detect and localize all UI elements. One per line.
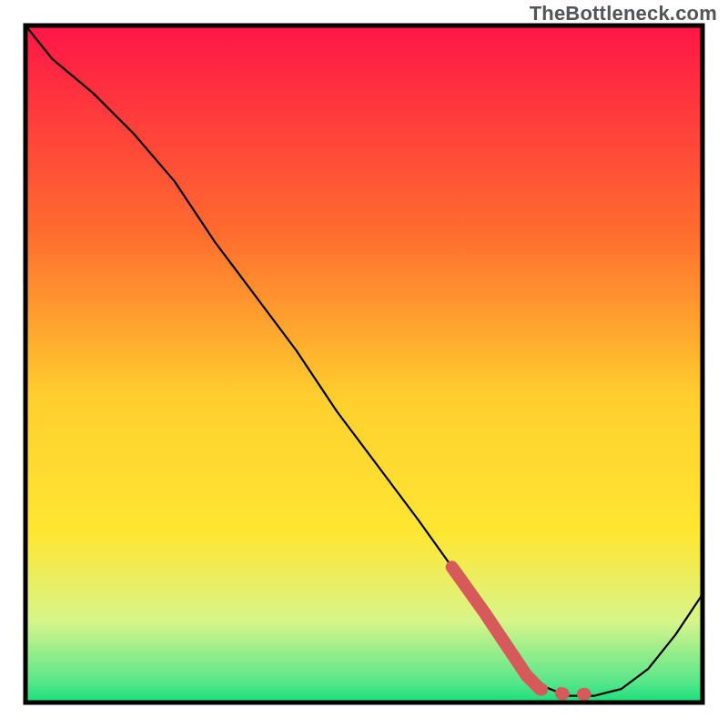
watermark-label: TheBottleneck.com <box>530 2 717 25</box>
chart-svg <box>0 0 728 728</box>
bottleneck-chart: TheBottleneck.com <box>0 0 728 728</box>
